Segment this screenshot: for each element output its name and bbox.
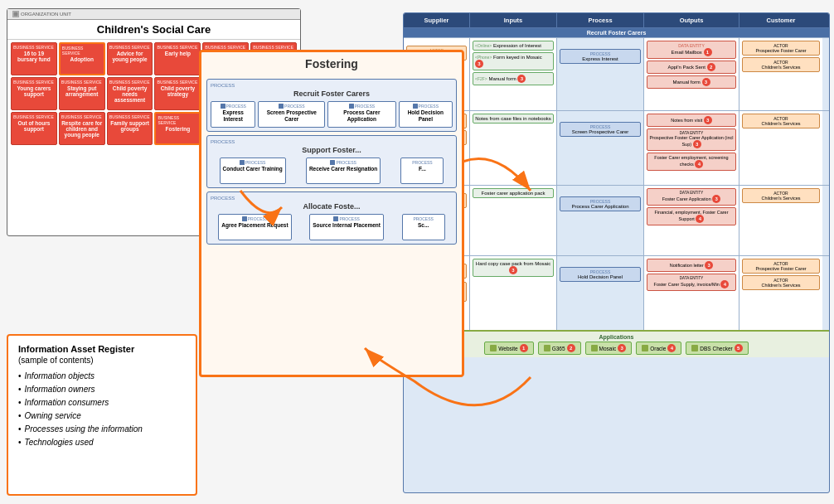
applications-row: Applications Website 1 G365 2 Mosaic 3 [404,330,829,357]
service-child-poverty-strategy[interactable]: BUSINESS SERVICE Child poverty strategy [154,77,201,110]
recruit-section: PROCESS Recruit Foster Carers PROCESS Ex… [206,79,457,132]
svg-rect-12 [591,345,598,351]
org-unit-label: ORGANIZATION UNIT [21,12,71,17]
svg-rect-11 [544,345,550,351]
app-mosaic: Mosaic 3 [585,342,633,355]
allocate-other-box[interactable]: PROCESS Sc... [402,214,445,240]
source-internal-box[interactable]: PROCESS Source Internal Placement [309,214,384,240]
info-asset-subtitle: (sample of contents) [18,356,186,365]
support-title: Support Foster... [211,146,453,154]
col-outputs: Outputs [644,13,739,27]
allocate-section: PROCESS Allocate Foste... PROCESS Agree … [206,191,457,245]
row2-customer: ACTOR Children's Services [739,111,822,185]
row2-outputs: Notes from visit 3 DATA ENTITY Prospecti… [644,111,739,185]
agree-placement-box[interactable]: PROCESS Agree Placement Request [218,214,291,240]
list-item-technologies: Technologies used [18,436,186,449]
svg-rect-13 [642,345,648,351]
row1-outputs: DATA ENTITY Email Mailbox 1 Appl'n Pack … [644,38,739,110]
service-respite[interactable]: BUSINESS SERVICE Respite care for childr… [59,112,105,145]
col-inputs: Inputs [470,13,557,27]
row1-process: PROCESS Express Interest [557,38,644,110]
col-supplier: Supplier [404,13,470,27]
row4-outputs: Notification letter 3 DATA ENTITY Foster… [644,256,739,330]
support-other-box[interactable]: PROCESS F... [400,158,444,184]
list-item-consumers: Information consumers [18,396,186,410]
service-child-poverty-needs[interactable]: BUSINESS SERVICE Child poverty needs ass… [107,77,153,110]
row4-inputs: Hard copy case pack from Mosaic 3 [470,256,557,330]
allocate-title: Allocate Foste... [211,202,453,211]
list-item-objects: Information objects [18,370,186,383]
row4-process: PROCESS Hold Decision Panel [557,256,644,330]
app-g365: G365 2 [538,342,581,355]
row3-outputs: DATA ENTITY Foster Carer Application 3 F… [644,186,739,255]
screen-carer-box[interactable]: PROCESS Screen Prospective Carer [258,101,325,128]
service-staying-put[interactable]: BUSINESS SERVICE Staying put arrangement [59,77,105,110]
express-interest-box[interactable]: PROCESS Express Interest [211,101,255,128]
svg-rect-4 [349,104,354,109]
svg-rect-10 [490,345,497,351]
hold-decision-box[interactable]: PROCESS Hold Decision Panel [399,101,453,128]
middle-panel: Fostering PROCESS Recruit Foster Carers … [199,50,464,377]
recruit-title: Recruit Foster Carers [211,90,453,98]
svg-rect-3 [279,104,284,109]
row3-inputs: Foster carer application pack [470,186,557,255]
svg-rect-7 [330,160,335,165]
process-application-box[interactable]: PROCESS Process Carer Application [327,101,395,128]
row2-inputs: Notes from case files in notebooks [470,111,557,185]
app-dbs: DBS Checker 5 [686,342,748,355]
svg-rect-14 [691,345,698,351]
svg-rect-2 [221,104,225,109]
info-asset-list: Information objects Information owners I… [18,370,186,449]
list-item-owning: Owning service [18,410,186,423]
service-adoption[interactable]: BUSINESS SERVICE Adoption [59,42,105,75]
row4-customer: ACTOR Prospective Foster Carer ACTOR Chi… [739,256,822,330]
row3-process: PROCESS Process Carer Application [557,186,644,255]
service-16-19[interactable]: BUSINESS SERVICE 16 to 19 bursary fund [11,42,57,75]
app-oracle: Oracle 4 [636,342,681,355]
list-item-processes: Processes using the information [18,423,186,436]
service-family-support[interactable]: BUSINESS SERVICE Family support groups [107,112,153,145]
conduct-training-box[interactable]: PROCESS Conduct Carer Training [220,158,286,184]
svg-rect-8 [242,216,247,221]
support-section: PROCESS Support Foster... PROCESS Conduc… [206,135,457,188]
row1-inputs: <Online> Expression of Interest <Phone> … [470,38,557,110]
section-label: Recruit Foster Carers [404,27,829,37]
main-container: ORGANIZATION UNIT Children's Social Care… [0,0,834,504]
left-panel-header: ORGANIZATION UNIT [7,9,300,20]
svg-rect-9 [333,216,338,221]
service-out-of-hours[interactable]: BUSINESS SERVICE Out of hours support [11,112,57,145]
row3-customer: ACTOR Children's Services [739,186,822,255]
left-panel-title: Children's Social Care [7,20,300,40]
svg-rect-6 [240,160,245,165]
row2-process: PROCESS Screen Prospective Carer [557,111,644,185]
info-asset-title: Information Asset Register [18,344,186,354]
row1-customer: ACTOR Prospective Foster Carer ACTOR Chi… [739,38,822,110]
fostering-title: Fostering [201,52,462,75]
receive-resignation-box[interactable]: PROCESS Receive Carer Resignation [306,158,381,184]
svg-rect-5 [413,104,418,109]
service-fostering[interactable]: BUSINESS SERVICE Fostering [154,112,201,145]
col-customer: Customer [739,13,822,27]
service-early-help[interactable]: BUSINESS SERVICE Early help [154,42,201,75]
service-advice[interactable]: BUSINESS SERVICE Advice for young people [107,42,153,75]
info-asset-register: Information Asset Register (sample of co… [7,334,197,496]
app-website: Website 1 [484,342,533,355]
service-young-carers[interactable]: BUSINESS SERVICE Young carers support [11,77,57,110]
list-item-owners: Information owners [18,383,186,396]
col-process: Process [557,13,644,27]
